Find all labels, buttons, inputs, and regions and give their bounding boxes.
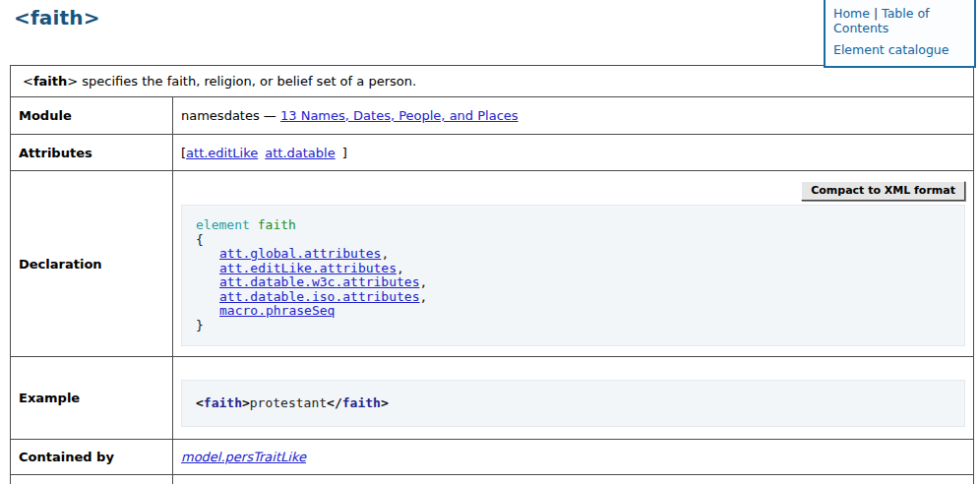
module-row: Module namesdates — 13 Names, Dates, Peo… — [11, 97, 974, 135]
description-cell: <faith> specifies the faith, religion, o… — [11, 66, 974, 97]
description-gt: > — [67, 74, 78, 89]
code-line: att.editLike.attributes, — [196, 262, 950, 276]
partial-label-cell — [11, 475, 173, 484]
example-content: protestant — [250, 395, 327, 410]
example-row: Example <faith>protestant</faith> — [11, 357, 974, 440]
module-chapter-link[interactable]: 13 Names, Dates, People, and Places — [280, 108, 519, 123]
code-line: att.global.attributes, — [196, 247, 950, 262]
contained-by-row: Contained by model.persTraitLike — [11, 440, 974, 475]
contained-by-label: Contained by — [11, 440, 173, 475]
description-lt: < — [23, 74, 33, 89]
att-datable-iso-attributes-link[interactable]: att.datable.iso.attributes — [219, 289, 420, 304]
attributes-close-bracket: ] — [342, 146, 347, 160]
att-editlike-link[interactable]: att.editLike — [186, 146, 258, 160]
code-comma: , — [397, 261, 404, 275]
example-open-tag-name: faith — [204, 395, 242, 410]
example-code-block: <faith>protestant</faith> — [181, 380, 965, 427]
nav-line-2: Element catalogue — [833, 42, 967, 57]
macro-phraseseq-link[interactable]: macro.phraseSeq — [219, 303, 335, 318]
example-open-gt: > — [242, 395, 250, 410]
nav-element-catalogue-link[interactable]: Element catalogue — [833, 42, 949, 57]
example-close-tag-name: faith — [342, 395, 381, 410]
contained-by-value-cell: model.persTraitLike — [173, 440, 974, 475]
code-line: { — [196, 233, 950, 248]
att-global-attributes-link[interactable]: att.global.attributes — [219, 246, 381, 261]
attributes-value-cell: [att.editLikeatt.datable] — [173, 135, 974, 171]
declaration-toolbar: Compact to XML format — [181, 181, 965, 203]
partial-value-cell — [173, 475, 974, 484]
example-close-lt: </ — [327, 395, 342, 410]
module-label: Module — [11, 97, 173, 135]
code-line: elementfaith — [196, 218, 950, 233]
description-element-name: faith — [33, 74, 67, 89]
module-value-cell: namesdates — 13 Names, Dates, People, an… — [173, 97, 974, 135]
nav-home-link[interactable]: Home — [833, 6, 870, 21]
code-line: } — [196, 319, 950, 333]
partial-row — [11, 475, 974, 484]
code-line: macro.phraseSeq — [196, 304, 950, 319]
declaration-row: Declaration Compact to XML format elemen… — [11, 171, 974, 357]
declaration-cell: Compact to XML format elementfaith { att… — [173, 171, 974, 357]
example-close-gt: > — [381, 395, 389, 410]
att-datable-w3c-attributes-link[interactable]: att.datable.w3c.attributes — [219, 274, 420, 289]
model-perstraitlike-link[interactable]: model.persTraitLike — [181, 450, 306, 464]
attributes-label: Attributes — [11, 135, 173, 171]
description-text: specifies the faith, religion, or belief… — [78, 74, 416, 89]
element-spec-table: <faith> specifies the faith, religion, o… — [10, 65, 974, 484]
att-datable-link[interactable]: att.datable — [265, 146, 335, 160]
example-open-lt: < — [196, 395, 204, 410]
code-close-brace: } — [196, 318, 204, 333]
code-open-brace: { — [196, 232, 204, 247]
attributes-row: Attributes [att.editLikeatt.datable] — [11, 135, 974, 171]
example-cell: <faith>protestant</faith> — [173, 357, 974, 440]
code-line: att.datable.iso.attributes, — [196, 290, 950, 305]
code-keyword: element — [196, 217, 250, 232]
code-comma: , — [420, 274, 428, 289]
nav-line-1: Home | Table of Contents — [833, 6, 967, 35]
example-label: Example — [11, 357, 173, 440]
nav-separator: | — [874, 6, 878, 21]
description-row: <faith> specifies the faith, religion, o… — [11, 66, 974, 97]
code-comma: , — [381, 246, 389, 261]
code-element-name: faith — [258, 217, 296, 232]
compact-to-xml-button[interactable]: Compact to XML format — [801, 181, 965, 201]
nav-box: Home | Table of Contents Element catalog… — [824, 0, 976, 68]
code-comma: , — [420, 289, 428, 304]
module-value-prefix: namesdates — — [181, 108, 280, 123]
declaration-code-block: elementfaith { att.global.attributes, at… — [181, 205, 965, 346]
att-editlike-attributes-link[interactable]: att.editLike.attributes — [219, 261, 397, 275]
code-line: att.datable.w3c.attributes, — [196, 275, 950, 290]
declaration-label: Declaration — [11, 171, 173, 357]
